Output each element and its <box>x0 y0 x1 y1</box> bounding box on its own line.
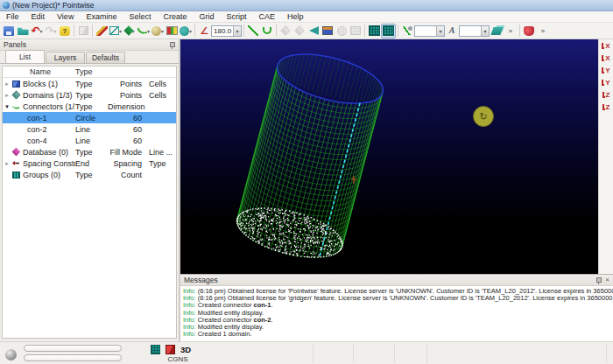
undo-icon: ↶ <box>31 25 39 36</box>
solver-cube-icon <box>166 345 175 354</box>
axis-bracket-icon <box>602 80 604 86</box>
tree-cell-type: Line <box>75 136 108 145</box>
toolbar-separator <box>194 24 195 37</box>
panels-title: Panels <box>4 40 26 49</box>
chevron-down-icon[interactable]: ▾ <box>40 28 43 34</box>
tree-row-con-1[interactable]: con-1Circle60 <box>3 112 176 123</box>
dimension-connector-button[interactable] <box>400 24 414 38</box>
chevron-down-icon[interactable]: ▾ <box>233 26 241 36</box>
pin-icon[interactable] <box>169 42 175 48</box>
chevron-down-icon[interactable]: ▾ <box>119 28 122 34</box>
curve-connector-button[interactable] <box>260 24 274 38</box>
menu-item-examine[interactable]: Examine <box>80 11 123 23</box>
menu-item-select[interactable]: Select <box>123 11 157 23</box>
toolbar-overflow-button-2[interactable]: » <box>536 24 550 38</box>
axis-label: Y <box>605 67 609 74</box>
menu-item-help[interactable]: Help <box>281 11 310 23</box>
pan-rotate-button[interactable]: ▾ <box>179 24 193 38</box>
menu-item-file[interactable]: File <box>0 11 25 23</box>
menu-item-create[interactable]: Create <box>157 11 193 23</box>
menu-item-cae[interactable]: CAE <box>252 11 281 23</box>
menu-item-grid[interactable]: Grid <box>193 11 220 23</box>
tree-row-con-4[interactable]: con-4Line60 <box>3 135 176 146</box>
two-point-connector-button[interactable] <box>246 24 260 38</box>
block-icon <box>322 26 333 35</box>
expander-icon[interactable]: ▸ <box>3 92 11 99</box>
mesh-sphere-icon <box>337 26 347 36</box>
expander-icon[interactable]: ▾ <box>3 103 11 110</box>
save-button[interactable] <box>2 24 16 38</box>
cube-icon <box>79 26 88 35</box>
mask-button[interactable] <box>522 24 536 38</box>
tree-row-label: Domains (1/3) <box>23 91 75 100</box>
tree-row-spacing-constrai-[interactable]: ▸Spacing Constrai...EndSpacingType <box>3 158 176 169</box>
view-minus-y-button[interactable]: Y <box>600 77 613 88</box>
spacing-constraints-icon <box>12 160 19 167</box>
chevron-down-icon[interactable]: ▾ <box>54 28 57 34</box>
tree-row-domains-1-3-[interactable]: ▸Domains (1/3)TypePointsCells <box>3 89 176 101</box>
view-plus-x-button[interactable]: X <box>600 40 613 52</box>
tree-row-database-0-[interactable]: Database (0)TypeFill ModeLine ... <box>3 146 176 158</box>
toolbar-overflow-button[interactable]: » <box>504 24 518 38</box>
tree-cell-type: Type <box>75 148 108 157</box>
undo-button[interactable]: ↶▾ <box>30 24 44 38</box>
tab-defaults[interactable]: Defaults <box>86 52 125 63</box>
extrude-button[interactable] <box>306 24 321 38</box>
help-button[interactable]: ? <box>58 24 72 38</box>
create-connector-button[interactable]: ▾ <box>137 24 151 38</box>
menu-item-view[interactable]: View <box>51 11 80 23</box>
menu-item-script[interactable]: Script <box>220 11 252 23</box>
view-angle-button[interactable]: ∠ <box>197 24 211 38</box>
assemble-block-button[interactable] <box>321 24 335 38</box>
transform-cube-icon <box>109 26 119 35</box>
close-icon[interactable]: × <box>605 276 609 284</box>
open-button[interactable] <box>16 24 30 38</box>
tree-row-con-2[interactable]: con-2Line60 <box>3 123 176 135</box>
message-line: Info: Created 1 domain. <box>183 331 613 338</box>
toolbar-separator <box>398 24 398 37</box>
menu-item-edit[interactable]: Edit <box>25 11 52 23</box>
tree-row-groups-0-[interactable]: Groups (0)TypeCount <box>3 169 176 180</box>
view-plus-y-button[interactable]: Y <box>600 65 613 76</box>
save-icon <box>4 26 14 36</box>
tab-layers[interactable]: Layers <box>46 52 85 63</box>
angle-combobox[interactable]: 180.0▾ <box>211 25 242 37</box>
create-database-button[interactable]: ▾ <box>151 24 165 38</box>
3d-viewport[interactable]: ↻ <box>180 39 598 274</box>
transform-button[interactable]: ▾ <box>109 24 123 38</box>
expander-icon[interactable]: ▸ <box>3 80 11 88</box>
view-minus-x-button[interactable]: X <box>600 52 613 64</box>
chevron-down-icon[interactable]: ▾ <box>189 28 192 34</box>
domain-grid-icon <box>369 25 380 36</box>
help-icon: ? <box>60 26 70 36</box>
tree-cell-extra: Type <box>149 159 176 168</box>
view-plus-z-button[interactable]: Z <box>600 89 613 101</box>
expander-icon[interactable]: ▸ <box>3 160 11 167</box>
spacing-combobox[interactable]: ▾ <box>459 25 490 37</box>
tab-list[interactable]: List <box>5 50 45 63</box>
chevron-down-icon[interactable]: ▾ <box>161 28 164 34</box>
tree-cell-value: Count <box>108 171 149 179</box>
axis-label: Z <box>606 104 610 111</box>
view-minus-z-button[interactable]: Z <box>600 102 613 113</box>
panels-sidebar: Panels ListLayersDefaults Name Type ▸Blo… <box>0 39 180 341</box>
smooth-mesh-button <box>349 24 363 38</box>
tree-column-header: Name Type <box>3 66 176 78</box>
create-entity-button[interactable]: ▾ <box>123 24 137 38</box>
image-button[interactable] <box>165 24 179 38</box>
dimension-combobox[interactable]: ▾ <box>414 25 445 37</box>
connectors-icon <box>12 103 20 109</box>
display-attributes-button[interactable] <box>95 24 109 38</box>
tree-row-blocks-1-[interactable]: ▸Blocks (1)TypePointsCells <box>3 78 176 89</box>
tree-row-connectors-1-3-[interactable]: ▾Connectors (1/3)TypeDimension <box>3 101 176 112</box>
chevron-down-icon[interactable]: ▾ <box>481 26 489 36</box>
pin-icon[interactable] <box>595 277 602 284</box>
assemble-domain-button[interactable] <box>367 24 381 38</box>
tree-cell-extra: Cells <box>149 91 176 100</box>
layers-button[interactable] <box>490 24 504 38</box>
axis-bracket-icon <box>602 43 604 49</box>
assemble-special-domain-button[interactable] <box>381 24 396 38</box>
spacing-text-button[interactable]: A <box>445 24 459 38</box>
chevron-down-icon[interactable]: ▾ <box>436 26 444 36</box>
split-button <box>278 24 292 38</box>
